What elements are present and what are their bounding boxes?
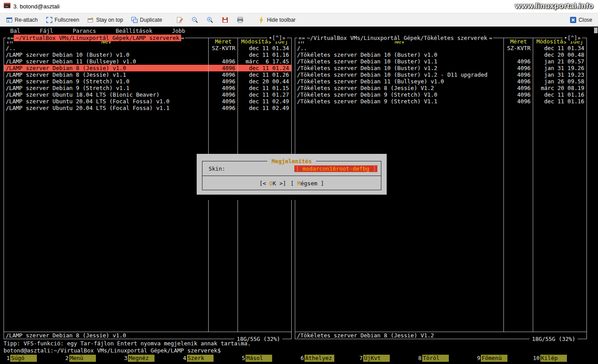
cancel-button-text: égsem ] <box>301 180 324 187</box>
menu-item-2[interactable]: Fájl <box>40 27 53 35</box>
close-button[interactable]: Close <box>567 15 594 25</box>
file-row[interactable]: /Tökéletes szerver Debian 11 (Bullseye) … <box>295 78 586 85</box>
fkey-8[interactable]: 8Töröl <box>416 355 475 362</box>
stay-on-top-button[interactable]: Stay on top <box>85 15 125 25</box>
left-panel-top-controls[interactable]: •[^]» <box>267 35 287 41</box>
file-row[interactable]: /LAMP szerver Debian 8 (Jessie) v1.04096… <box>4 65 291 71</box>
file-row[interactable]: /LAMP szerver Ubuntu 20.04 LTS (Focal Fo… <box>4 105 291 111</box>
reattach-button[interactable]: Re-attach <box>4 15 40 25</box>
file-date: dec 11 01.15 <box>238 85 291 91</box>
file-row[interactable]: /LAMP szerver Ubuntu 20.04 LTS (Focal Fo… <box>4 98 291 105</box>
menu-item-3[interactable]: Parancs <box>73 27 96 35</box>
right-panel-path[interactable]: ~/VirtualBox VMs/Linuxportál Gépek/Tökél… <box>305 35 489 41</box>
menu-item-1[interactable]: Bal <box>10 27 20 35</box>
file-date: dec 20 00.44 <box>238 78 291 85</box>
edit-icon <box>176 16 183 23</box>
lightning-icon <box>258 16 265 23</box>
fkey-3[interactable]: 3Megnéz <box>121 355 180 362</box>
file-date: dec 11 01.26 <box>238 71 291 78</box>
skin-dropdown[interactable]: [ modarcon16root-defbg ] <box>294 165 377 172</box>
file-name: /LAMP szerver Debian 8 (Jessie) v1.0 <box>4 65 209 71</box>
fullscreen-button[interactable]: Fullscreen <box>44 15 81 25</box>
column-header-size[interactable]: Méret <box>209 38 238 45</box>
left-panel-path-bar: «=~/VirtualBox VMs/Linuxportál Gépek/LAM… <box>6 35 185 41</box>
fkey-9[interactable]: 9Főmenü <box>474 355 533 362</box>
cancel-button-hotkey: M <box>297 180 301 187</box>
file-row[interactable]: /Tökéletes szerver Debian 9 (Stretch) V1… <box>295 98 586 105</box>
file-name: /Tökéletes szerver Debian 9 (Stretch) V1… <box>295 98 504 105</box>
file-row[interactable]: /LAMP szerver Debian 9 (Stretch) v1.1409… <box>4 85 291 91</box>
file-size: 4096 <box>209 91 238 98</box>
fkey-4[interactable]: 4Szerk <box>180 355 239 362</box>
ok-button-text: [< <box>259 180 269 187</box>
dialog-skin-row: Skin: [ modarcon16root-defbg ] <box>202 161 381 176</box>
fkey-label: Kilép <box>540 355 567 362</box>
file-row[interactable]: /..SZ-KVTRdec 11 01.34 <box>295 45 586 51</box>
fkey-label: Főmenü <box>481 355 507 362</box>
file-row[interactable]: /LAMP szerver Debian 8 (Jessie) v1.14096… <box>4 71 291 78</box>
duplicate-button[interactable]: Duplicate <box>129 15 164 25</box>
panel-decor-mid: = <box>489 35 492 41</box>
right-panel-top-controls[interactable]: •[^]» <box>562 35 582 41</box>
fkey-1[interactable]: 1Súgó <box>4 355 63 362</box>
file-row[interactable]: /Tökéletes szerver Debian 8 (Jessie) V1.… <box>295 85 586 91</box>
hide-toolbar-label: Hide toolbar <box>267 17 296 23</box>
save-icon <box>222 16 229 23</box>
file-name: /LAMP szerver Debian 8 (Jessie) v1.1 <box>4 71 209 78</box>
file-row[interactable]: /Tökéletes szerver Debian 10 (Buster) v1… <box>295 65 586 71</box>
zoom-in-button[interactable] <box>204 15 216 25</box>
fkey-number: 4 <box>180 355 187 362</box>
file-row[interactable]: /LAMP szerver Debian 10 (Buster) v1.0dec… <box>4 51 291 58</box>
file-row[interactable]: /LAMP szerver Debian 9 (Stretch) v1.0409… <box>4 78 291 85</box>
file-row[interactable]: /Tökéletes szerver Debian 10 (Buster) v1… <box>295 71 586 78</box>
hide-toolbar-button[interactable]: Hide toolbar <box>256 15 298 25</box>
panel-decor-mid: = <box>181 35 185 41</box>
fkey-7[interactable]: 7ÚjKvt <box>356 355 416 362</box>
file-size: 4096 <box>209 98 238 105</box>
zoom-out-button[interactable] <box>189 15 201 25</box>
fkey-5[interactable]: 5Másol <box>239 355 298 362</box>
file-name: /Tökéletes szerver Debian 11 (Bullseye) … <box>295 78 504 85</box>
right-panel-free-space: 18G/55G (32%) <box>530 336 578 342</box>
file-name: /LAMP szerver Debian 11 (Bullseye) v1.0 <box>4 58 209 65</box>
hint-line: Tipp: VFS-funkció: egy Tar-fájlon Entert… <box>4 340 251 347</box>
file-row[interactable]: /..SZ-KVTRdec 11 01.34 <box>4 45 291 51</box>
file-row[interactable]: /Tökéletes szerver Debian 10 (Buster) v1… <box>295 51 586 58</box>
fkey-2[interactable]: 2Menü <box>63 355 122 362</box>
fkey-number: 7 <box>356 355 363 362</box>
command-prompt[interactable]: botond@asztali:~/VirtualBox VMs/Linuxpor… <box>4 347 221 354</box>
fkey-number: 3 <box>121 355 128 362</box>
print-button[interactable] <box>234 15 246 25</box>
skin-label: Skin: <box>209 165 226 172</box>
fullscreen-icon <box>46 16 53 23</box>
file-row[interactable]: /Tökéletes szerver Debian 9 (Stretch) V1… <box>295 91 586 98</box>
ok-button-text: K >] <box>273 180 286 187</box>
panel-decor-left: «= <box>298 35 305 41</box>
scrollbar-thumb[interactable] <box>594 27 598 33</box>
duplicate-icon <box>131 16 138 23</box>
file-row[interactable]: /Tökéletes szerver Debian 10 (Buster) v1… <box>295 58 586 65</box>
fkey-6[interactable]: 6Áthelyez <box>298 355 357 362</box>
file-row[interactable]: /LAMP szerver Ubuntu 18.04 LTS (Bionic B… <box>4 91 291 98</box>
fkey-10[interactable]: 10Kilép <box>533 355 592 362</box>
column-header-size[interactable]: Méret <box>504 38 533 45</box>
menu-item-5[interactable]: Jobb <box>172 27 185 35</box>
file-size: 4096 <box>209 78 238 85</box>
skin-bracket-close: ] <box>372 165 376 172</box>
fkey-number: 9 <box>474 355 481 362</box>
skin-bracket-open: [ <box>296 165 299 172</box>
edit-button[interactable] <box>174 15 186 25</box>
file-date: dec 11 01.34 <box>238 45 291 51</box>
ok-button[interactable]: [< OK >] <box>259 180 286 187</box>
file-row[interactable]: /LAMP szerver Debian 11 (Bullseye) v1.04… <box>4 58 291 65</box>
stay-on-top-icon <box>87 16 94 23</box>
cancel-button[interactable]: [ Mégsem ] <box>290 180 324 187</box>
duplicate-label: Duplicate <box>140 17 162 23</box>
left-panel-path[interactable]: ~/VirtualBox VMs/Linuxportál Gépek/LAMP … <box>14 35 181 41</box>
zoom-in-icon <box>206 16 214 23</box>
save-button[interactable] <box>219 15 231 25</box>
file-date: jan 26 09.58 <box>533 78 586 85</box>
menu-item-4[interactable]: Beállítások <box>115 27 152 35</box>
scrollbar[interactable] <box>594 27 598 364</box>
file-name: /LAMP szerver Ubuntu 20.04 LTS (Focal Fo… <box>4 98 209 105</box>
